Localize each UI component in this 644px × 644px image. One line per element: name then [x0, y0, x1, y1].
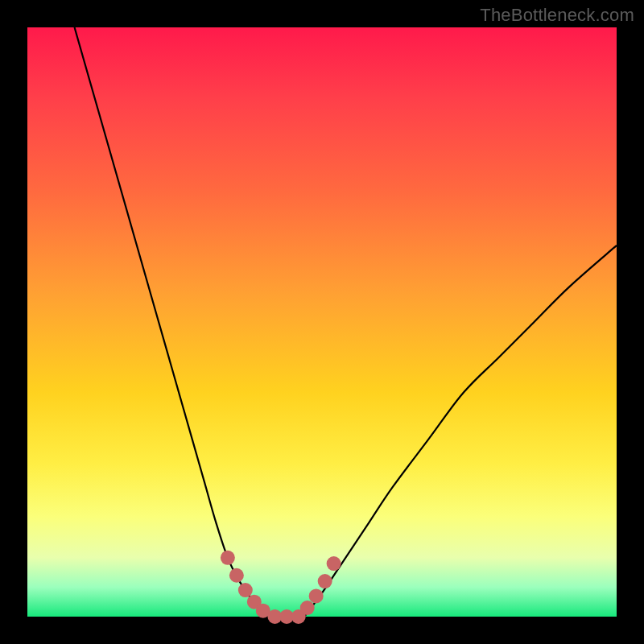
curve-left: [75, 27, 270, 617]
plot-area: [27, 27, 617, 617]
marker-dot: [309, 588, 324, 603]
marker-dot: [300, 601, 315, 615]
chart-frame: TheBottleneck.com: [0, 0, 644, 644]
curve-svg: [27, 27, 617, 617]
marker-group: [221, 551, 341, 624]
marker-dot: [221, 551, 235, 565]
attribution-text: TheBottleneck.com: [480, 5, 634, 26]
marker-dot: [229, 568, 244, 583]
marker-dot: [318, 574, 332, 588]
marker-dot: [327, 556, 341, 571]
marker-dot: [238, 583, 253, 597]
curve-right: [304, 246, 617, 617]
